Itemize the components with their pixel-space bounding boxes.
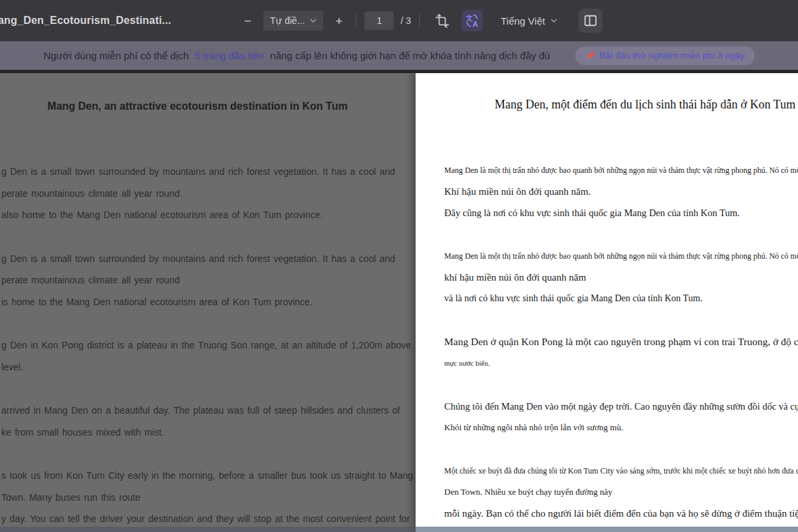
paragraph: Mang Den là một thị trấn nhỏ được bao qu… [416,160,798,223]
paragraph: arrived in Mang Den on a beautiful day. … [1,400,416,443]
doc-line: khí hậu miền núi ôn đới quanh năm [444,267,798,288]
free-trial-button[interactable]: Bắt đầu thử nghiệm miễn phí 3 ngày [575,47,754,65]
crop-icon [435,13,450,28]
doc-line: mỗi ngày. Bạn có thể cho người lái biết … [444,503,798,524]
doc-line: g Den in Kon Pong district is a plateau … [1,334,416,356]
doc-line: và là nơi có khu vực sinh thái quốc gia … [444,288,798,309]
pages-limit-link[interactable]: 5 trang đầu tiên [195,50,264,61]
doc-line: s took us from Kon Tum City early in the… [1,465,416,487]
toolbar-divider [356,14,356,27]
doc-line: Mang Den là một thị trấn nhỏ được bao qu… [444,160,798,181]
doc-line: g Den is a small town surrounded by moun… [1,161,416,183]
doc-line: Đây cũng là nơi có khu vực sinh thái quố… [444,202,798,223]
crop-translate-button[interactable] [432,11,452,31]
toolbar-controls: − Tự điề... + / 3 文 A [239,9,607,33]
doc-line: Den Town. Nhiều xe buýt chạy tuyến đường… [444,481,798,503]
zoom-level-value: Tự điề... [270,15,305,26]
source-document-pane[interactable]: Mang Den, an attractive ecotourism desti… [0,73,416,527]
translate-button[interactable]: 文 A [462,10,483,31]
doc-line: Chúng tôi đến Mang Den vào một ngày đẹp … [444,396,798,417]
zoom-out-button[interactable]: − [239,12,257,30]
doc-line: ke from small houses mixed with mist. [1,422,416,444]
doc-line: Mang Den là một thị trấn nhỏ được bao qu… [444,245,798,267]
doc-line: is home to the Mang Den national ecotour… [1,291,416,313]
doc-line: Mang Den ở quận Kon Pong là một cao nguy… [444,331,798,352]
doc-line: mực nước biển. [444,352,798,374]
page-total-label: / 3 [400,15,411,26]
chevron-down-icon [310,19,317,23]
document-title: ang_Den_Ecotourism_Destinati... [0,15,239,27]
doc-line: level. [1,356,416,378]
paragraph: g Den is a small town surrounded by moun… [1,248,416,313]
paragraph: Chúng tôi đến Mang Den vào một ngày đẹp … [416,396,798,438]
svg-text:文: 文 [466,14,473,22]
doc-line: Khí hậu miền núi ôn đới quanh năm. [444,181,798,202]
split-view-button[interactable] [579,9,602,33]
banner-message: Người dùng miễn phí có thể dịch 5 trang … [43,50,550,61]
banner-bottom-edge [0,70,798,73]
svg-text:A: A [473,21,478,28]
paragraph: Một chiếc xe buýt đã đưa chúng tôi từ Ko… [416,460,798,524]
doc-line: y day. You can tell the driver your dest… [1,508,416,527]
page-number-input[interactable] [364,11,394,30]
zoom-in-button[interactable]: + [330,12,348,30]
paragraph: Mang Den là một thị trấn nhỏ được bao qu… [416,245,798,309]
doc-line: Một chiếc xe buýt đã đưa chúng tôi từ Ko… [444,460,798,481]
toolbar: ang_Den_Ecotourism_Destinati... − Tự điề… [0,0,798,41]
translate-icon: 文 A [465,13,479,28]
paragraph: s took us from Kon Tum City early in the… [1,465,416,527]
doc-line: perate mountainous climate all year roun… [1,183,416,205]
doc-line: arrived in Mang Den on a beautiful day. … [1,400,416,422]
doc-line: Khói từ những ngôi nhà nhỏ trộn lẫn với … [444,417,798,438]
source-doc-body: g Den is a small town surrounded by moun… [1,161,416,527]
language-select[interactable]: Tiếng Việt [494,11,564,31]
source-page-gap [0,527,416,532]
doc-line: g Den is a small town surrounded by moun… [1,248,416,270]
chevron-down-icon [551,19,557,23]
paragraph: g Den in Kon Pong district is a plateau … [1,334,416,378]
banner-text-before: Người dùng miễn phí có thể dịch [43,50,188,61]
language-value: Tiếng Việt [501,15,545,27]
doc-line: also home to the Mang Den national ecoto… [1,204,416,226]
translated-page-gap [416,527,798,532]
zoom-level-select[interactable]: Tự điề... [263,11,323,31]
translated-doc-body: Mang Den là một thị trấn nhỏ được bao qu… [416,160,798,524]
doc-line: Town. Many buses run this route [1,487,416,509]
upgrade-banner: Người dùng miễn phí có thể dịch 5 trang … [0,41,798,70]
doc-line: perate mountainous climate all year roun… [1,269,416,291]
document-viewer: Mang Den, an attractive ecotourism desti… [0,73,798,532]
translated-document-pane[interactable]: Mang Den, một điểm đến du lịch sinh thái… [416,72,798,527]
toolbar-divider [419,14,420,27]
rocket-icon [585,51,595,61]
banner-text-after: nâng cấp lên không giới hạn để mở khóa t… [270,50,550,61]
paragraph: Mang Den ở quận Kon Pong là một cao nguy… [416,331,798,374]
paragraph: g Den is a small town surrounded by moun… [1,161,416,226]
split-view-icon [583,14,598,27]
translated-doc-title: Mang Den, một điểm đến du lịch sinh thái… [416,96,798,113]
free-trial-label: Bắt đầu thử nghiệm miễn phí 3 ngày [599,51,744,61]
source-doc-title: Mang Den, an attractive ecotourism desti… [1,98,394,114]
